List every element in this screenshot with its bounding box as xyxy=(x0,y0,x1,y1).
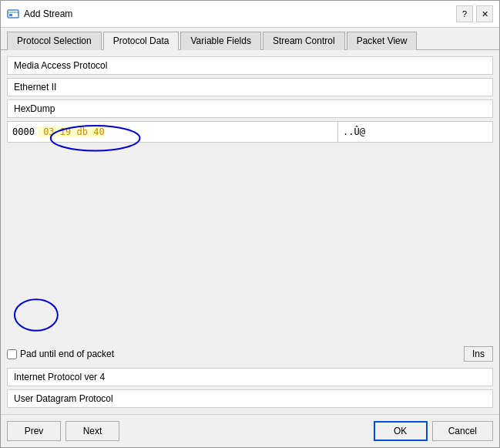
hexdump-wrapper: 0000 03 19 db 40 ..Û@ xyxy=(7,121,493,340)
next-button[interactable]: Next xyxy=(65,421,119,441)
tab-protocol-selection[interactable]: Protocol Selection xyxy=(7,32,102,50)
hex-line-1: 0000 03 19 db 40 xyxy=(12,126,333,137)
udp-row: User Datagram Protocol xyxy=(7,389,493,408)
media-access-protocol-row: Media Access Protocol xyxy=(7,56,493,75)
footer-right: OK Cancel xyxy=(374,421,493,441)
hex-offset: 0000 xyxy=(12,126,35,137)
hexdump-row: HexDump xyxy=(7,99,493,118)
svg-rect-2 xyxy=(9,14,12,16)
hex-right-panel: ..Û@ xyxy=(338,122,492,142)
ok-button[interactable]: OK xyxy=(374,421,428,441)
main-content: Media Access Protocol Ethernet II HexDum… xyxy=(1,50,499,414)
pad-checkbox[interactable] xyxy=(7,349,17,359)
footer-left: Prev Next xyxy=(7,421,119,441)
tab-stream-control[interactable]: Stream Control xyxy=(263,32,345,50)
help-button[interactable]: ? xyxy=(456,5,473,22)
dialog-title: Add Stream xyxy=(24,8,451,19)
ins-button[interactable]: Ins xyxy=(464,346,493,362)
footer: Prev Next OK Cancel xyxy=(1,414,499,447)
dialog-icon xyxy=(7,8,19,20)
tab-variable-fields[interactable]: Variable Fields xyxy=(180,32,260,50)
tab-packet-view[interactable]: Packet View xyxy=(347,32,418,50)
internet-protocol-row: Internet Protocol ver 4 xyxy=(7,368,493,386)
pad-checkbox-label[interactable]: Pad until end of packet xyxy=(7,349,114,359)
hex-decoded-line: ..Û@ xyxy=(343,126,488,137)
hex-left-panel: 0000 03 19 db 40 xyxy=(8,122,338,142)
ethernet-ii-row: Ethernet II xyxy=(7,78,493,96)
tab-bar: Protocol Selection Protocol Data Variabl… xyxy=(1,28,499,50)
prev-button[interactable]: Prev xyxy=(7,421,61,441)
add-stream-dialog: Add Stream ? ✕ Protocol Selection Protoc… xyxy=(0,0,500,448)
annotation-overlay xyxy=(7,121,493,340)
tab-protocol-data[interactable]: Protocol Data xyxy=(103,32,180,50)
pad-row: Pad until end of packet Ins xyxy=(7,343,493,365)
title-controls: ? ✕ xyxy=(456,5,493,22)
title-bar: Add Stream ? ✕ xyxy=(1,1,499,28)
hexdump-area: 0000 03 19 db 40 ..Û@ xyxy=(7,121,493,143)
cancel-button[interactable]: Cancel xyxy=(432,421,493,441)
close-button[interactable]: ✕ xyxy=(476,5,493,22)
svg-point-4 xyxy=(15,299,58,331)
hex-decoded-text: ..Û@ xyxy=(343,126,365,137)
hex-bytes: 03 19 db 40 xyxy=(38,126,105,137)
pad-label-text: Pad until end of packet xyxy=(20,349,114,359)
